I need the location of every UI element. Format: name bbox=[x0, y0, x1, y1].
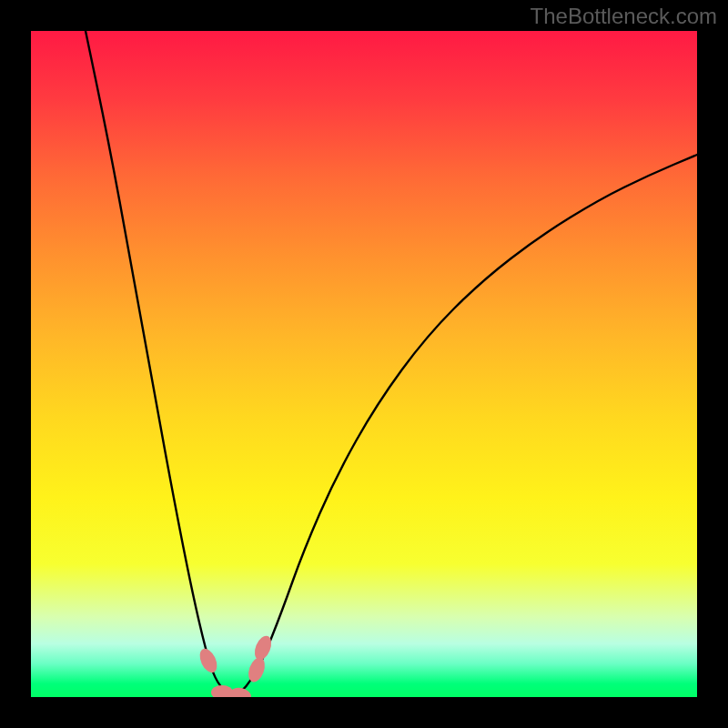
plot-area bbox=[31, 31, 697, 697]
curve-markers bbox=[197, 633, 275, 697]
watermark-text: TheBottleneck.com bbox=[531, 4, 717, 29]
curve-marker bbox=[246, 655, 268, 684]
bottleneck-curve bbox=[86, 31, 697, 693]
curve-svg bbox=[31, 31, 697, 697]
curve-marker bbox=[197, 646, 220, 675]
curve-marker bbox=[228, 686, 252, 697]
chart-frame: TheBottleneck.com bbox=[0, 0, 728, 728]
